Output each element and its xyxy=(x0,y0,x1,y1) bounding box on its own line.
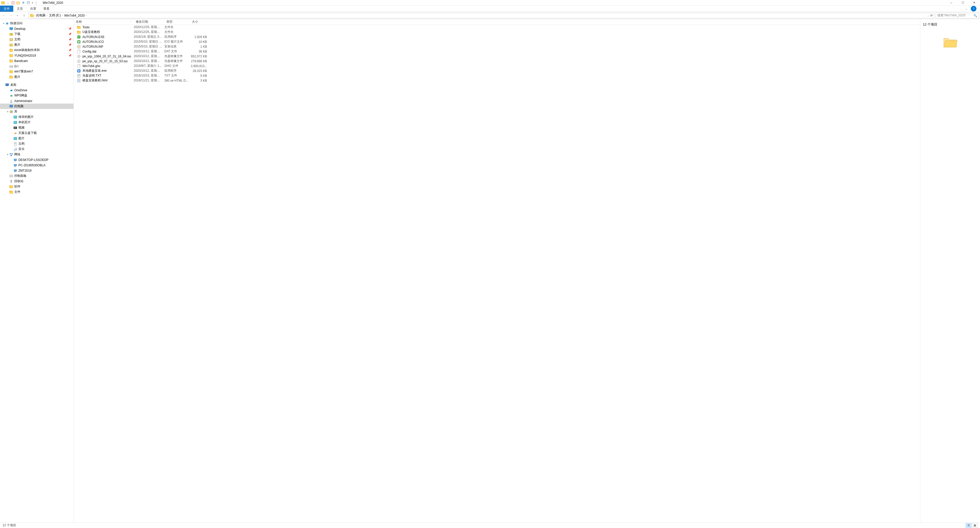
file-row[interactable]: AUTORUN.EXE 2016/1/8, 星期五 04:... 应用程序 1,… xyxy=(74,35,920,39)
wps-icon xyxy=(9,94,13,98)
column-header-name[interactable]: 名称˄ xyxy=(74,19,134,24)
star-icon xyxy=(5,21,9,25)
file-row[interactable]: pe_yqs_1064_20_07_31_16_04.iso 2020/10/1… xyxy=(74,54,920,59)
breadcrumb[interactable]: Win7x64_2020› xyxy=(64,14,87,17)
refresh-icon[interactable]: ⟳ xyxy=(930,14,933,17)
breadcrumb[interactable]: 文档 (E:)› xyxy=(48,13,63,17)
file-row[interactable]: AUTORUN.INF 2015/5/10, 星期日 02... 安装信息 1 … xyxy=(74,44,920,49)
file-row[interactable]: pe_yqs_xp_20_07_31_15_53.iso 2020/10/12,… xyxy=(74,59,920,63)
file-row[interactable]: Config.dat 2020/10/12, 星期一 1... DAT 文件 3… xyxy=(74,49,920,54)
tree-item[interactable]: 下载📌 xyxy=(0,32,73,37)
ribbon-expand-icon[interactable]: ⌄ xyxy=(965,7,967,10)
tree-item[interactable]: YUNQISHI2019📌 xyxy=(0,53,73,58)
chevron-down-icon[interactable]: ▾ xyxy=(32,2,33,4)
file-row[interactable]: 硬盘安装教程.html 2016/11/21, 星期一 2... 360 se … xyxy=(74,78,920,83)
tree-item[interactable]: G:\ xyxy=(0,63,73,69)
breadcrumb[interactable]: 此电脑› xyxy=(36,13,48,17)
titlebar: | ✕ ▾ | Win7x64_2020 ─ ☐ ✕ xyxy=(0,0,980,6)
file-row[interactable]: U盘安装教程 2020/12/25, 星期五 1... 文件夹 xyxy=(74,30,920,35)
qat-newfolder-icon[interactable] xyxy=(16,1,20,5)
column-header-size[interactable]: 大小 xyxy=(190,19,209,24)
tree-item[interactable]: excel表格制作求和📌 xyxy=(0,48,73,53)
nav-back-button[interactable]: ← xyxy=(1,13,7,18)
svg-point-14 xyxy=(11,44,11,45)
file-row[interactable]: Tools 2020/12/25, 星期五 1... 文件夹 xyxy=(74,25,920,30)
view-icons-button[interactable]: ▦ xyxy=(972,523,977,528)
file-type: TXT 文件 xyxy=(164,73,190,78)
tree-item[interactable]: Desktop📌 xyxy=(0,26,73,32)
file-row[interactable]: 光盘说明.TXT 2016/10/23, 星期日 0... TXT 文件 5 K… xyxy=(74,73,920,78)
tree-item[interactable]: 图片 xyxy=(0,136,73,141)
tree-item[interactable]: 文档📌 xyxy=(0,37,73,42)
ribbon-tab-view[interactable]: 查看 xyxy=(40,6,53,12)
file-type: 光盘映像文件 xyxy=(164,59,190,63)
folder-icon xyxy=(9,70,13,74)
file-row[interactable]: 本地硬盘安装.exe 2020/10/12, 星期一 1... 应用程序 28,… xyxy=(74,68,920,73)
svg-point-82 xyxy=(78,70,80,72)
tree-item[interactable]: 软件 xyxy=(0,184,73,189)
view-details-button[interactable]: ☰ xyxy=(966,523,971,528)
chevron-right-icon[interactable]: › xyxy=(35,14,35,17)
qat-properties-icon[interactable] xyxy=(11,1,15,5)
column-header-type[interactable]: 类型 xyxy=(164,19,190,24)
tree-item[interactable]: Administrator xyxy=(0,98,73,103)
file-row[interactable]: AUTORUN.ICO 2015/5/10, 星期日 02... ICO 图片文… xyxy=(74,39,920,44)
ribbon-tab-share[interactable]: 共享 xyxy=(27,6,40,12)
tree-item[interactable]: OneDrive xyxy=(0,87,73,93)
tree-item[interactable]: Bandicam xyxy=(0,58,73,63)
tree-item[interactable]: 保存的图片 xyxy=(0,114,73,120)
svg-rect-57 xyxy=(10,175,13,177)
ribbon-tab-file[interactable]: 文件 xyxy=(0,6,13,12)
file-date: 2016/10/23, 星期日 0... xyxy=(134,73,164,78)
svg-rect-30 xyxy=(10,105,13,107)
tree-item[interactable]: WPS网盘 xyxy=(0,93,73,98)
tree-item[interactable]: ▾库 xyxy=(0,109,73,114)
svg-point-45 xyxy=(14,149,15,151)
column-header-date[interactable]: 修改日期 xyxy=(134,19,164,24)
help-button[interactable]: ? xyxy=(971,6,977,11)
close-button[interactable]: ✕ xyxy=(969,0,980,6)
file-row[interactable]: Win7x64.gho 2019/9/7, 星期六 19:... GHO 文件 … xyxy=(74,63,920,68)
tree-item[interactable]: win7重装win7 xyxy=(0,69,73,74)
folder-icon xyxy=(9,190,13,194)
close-x-icon[interactable]: ✕ xyxy=(21,1,25,5)
qat-customize-icon[interactable] xyxy=(26,1,30,5)
nav-up-button[interactable]: ↑ xyxy=(21,13,27,18)
search-icon[interactable]: 🔍 xyxy=(974,14,977,17)
html-icon xyxy=(77,79,81,82)
svg-rect-40 xyxy=(14,137,17,140)
folder-icon xyxy=(9,185,13,189)
tree-item[interactable]: 天翼云盘下载 xyxy=(0,130,73,136)
maximize-button[interactable]: ☐ xyxy=(957,0,969,6)
svg-point-77 xyxy=(79,56,80,57)
tree-item[interactable]: 图片📌 xyxy=(0,42,73,48)
tree-item[interactable]: DESKTOP-LSSOEDP xyxy=(0,157,73,162)
navigation-tree[interactable]: ▾快速访问Desktop📌下载📌文档📌图片📌excel表格制作求和📌YUNQIS… xyxy=(0,19,74,522)
address-bar[interactable]: › 此电脑› 文档 (E:)› Win7x64_2020› ⌄ ⟳ xyxy=(29,13,934,18)
tree-item[interactable]: ZMT2019 xyxy=(0,168,73,173)
tree-item[interactable]: 图片 xyxy=(0,74,73,79)
tree-item[interactable]: ▾网络 xyxy=(0,152,73,157)
nav-forward-button[interactable]: → xyxy=(8,13,14,18)
tree-item[interactable]: 音乐 xyxy=(0,146,73,152)
tree-item[interactable]: 回收站 xyxy=(0,179,73,184)
recycle-icon xyxy=(9,179,13,183)
nav-recent-button[interactable]: ▾ xyxy=(14,13,21,18)
file-icon xyxy=(77,64,81,68)
tree-item[interactable]: 本机照片 xyxy=(0,120,73,125)
exe-blue-icon xyxy=(77,69,81,73)
tree-item[interactable]: 文件 xyxy=(0,189,73,195)
ribbon-tab-home[interactable]: 主页 xyxy=(13,6,27,12)
address-dropdown-icon[interactable]: ⌄ xyxy=(927,14,929,17)
tree-item[interactable]: PC-20190530OBLA xyxy=(0,162,73,168)
tree-item[interactable]: 文档 xyxy=(0,141,73,146)
tree-item[interactable]: 控制面板 xyxy=(0,173,73,179)
file-size: 1 KB xyxy=(190,45,209,48)
file-list[interactable]: 名称˄ 修改日期 类型 大小 Tools 2020/12/25, 星期五 1..… xyxy=(74,19,920,522)
search-input[interactable]: 搜索"Win7x64_2020" 🔍 xyxy=(935,13,979,18)
tree-item-desktop[interactable]: 桌面 xyxy=(0,82,73,87)
minimize-button[interactable]: ─ xyxy=(945,0,957,6)
tree-item-quick-access[interactable]: ▾快速访问 xyxy=(0,21,73,26)
tree-item[interactable]: 视频 xyxy=(0,125,73,130)
tree-item[interactable]: 此电脑 xyxy=(0,103,73,109)
